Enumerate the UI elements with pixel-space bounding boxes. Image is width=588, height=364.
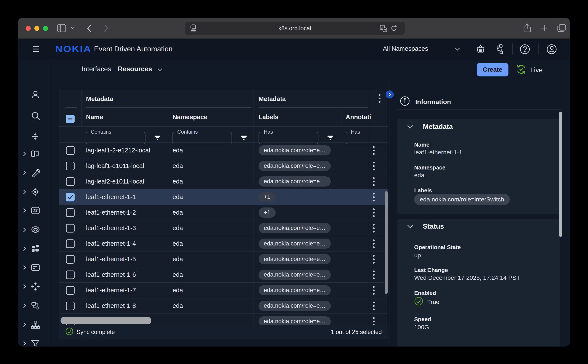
row-checkbox[interactable] [66,302,74,310]
forward-icon[interactable] [104,24,109,32]
table-row-selected[interactable]: leaf1-ethernet-1-1 eda +1 [59,189,388,205]
chevron-down-icon[interactable] [157,68,163,72]
label-chip[interactable]: eda.nokia.com/role=e… [259,223,331,233]
horizontal-scrollbar[interactable] [60,317,151,324]
sidebar-item-numbering[interactable] [18,204,52,218]
row-checkbox[interactable] [66,162,74,170]
status-card-header[interactable]: Status [407,222,444,230]
row-menu-button[interactable] [373,254,375,265]
label-chip[interactable]: eda.nokia.com/role=e… [259,239,331,249]
metadata-card-header[interactable]: Metadata [407,123,453,131]
new-tab-icon[interactable] [541,24,548,32]
row-menu-button[interactable] [373,208,375,218]
row-menu-button[interactable] [373,177,375,187]
sidebar-item-notes[interactable] [18,261,52,275]
tab-overview-icon[interactable] [557,24,566,32]
create-button[interactable]: Create [477,63,508,76]
row-checkbox[interactable] [66,177,74,186]
chevron-down-icon[interactable] [70,26,75,30]
sidebar-toggle-icon[interactable] [57,24,66,33]
label-chip[interactable]: eda.nokia.com/role=e… [259,316,331,325]
row-checkbox[interactable] [66,224,74,233]
sidebar-item-traffic[interactable] [18,280,52,294]
table-row[interactable]: leaf1-ethernet-1-2 eda +1 [59,205,388,221]
label-chip[interactable]: eda.nokia.com/role=e… [259,161,331,171]
translate-icon[interactable]: A文 [380,25,387,32]
chevron-down-icon[interactable] [455,47,460,52]
row-checkbox[interactable] [66,286,74,295]
label-chip[interactable]: eda.nokia.com/role=interSwitch [414,194,510,205]
column-header-name[interactable]: Name [86,114,103,121]
table-row[interactable]: lag-leaf1-2-e1212-local eda eda.nokia.co… [59,143,388,158]
sidebar-item-collapse[interactable] [18,130,52,144]
row-checkbox[interactable] [66,208,74,217]
sidebar-item-apps[interactable] [18,242,52,256]
row-menu-button[interactable] [373,146,375,156]
address-bar[interactable]: k8s.orb.local A文 [185,22,405,35]
user-account-icon[interactable] [546,44,557,55]
table-row[interactable]: lag-leaf1-e1011-local eda eda.nokia.com/… [59,158,388,174]
sidebar-item-topology[interactable] [18,318,52,332]
row-menu-button[interactable] [373,192,375,203]
row-menu-button[interactable] [373,223,375,234]
panel-collapse-button[interactable] [386,91,394,98]
label-chip[interactable]: eda.nokia.com/role=e… [259,254,331,264]
filter-icon[interactable] [154,135,161,142]
help-icon[interactable] [520,44,530,55]
row-menu-button[interactable] [373,161,375,172]
table-row[interactable]: lag-leaf2-e1011-local eda eda.nokia.com/… [59,174,388,189]
zoom-window-button[interactable] [43,26,48,31]
table-row[interactable]: leaf1-ethernet-1-8 eda eda.nokia.com/rol… [59,298,388,314]
sidebar-item-filters[interactable] [18,337,52,346]
column-header-namespace[interactable]: Namespace [173,114,207,121]
chevron-down-icon[interactable] [570,66,570,71]
row-checkbox-checked[interactable] [66,193,74,202]
label-chip[interactable]: eda.nokia.com/role=e… [259,301,331,311]
resources-dropdown[interactable]: Resources [118,65,152,73]
table-row[interactable]: leaf1-ethernet-1-6 eda eda.nokia.com/rol… [59,267,388,283]
table-row[interactable]: leaf1-ethernet-1-7 eda eda.nokia.com/rol… [59,283,388,298]
transactions-flow-icon[interactable] [494,44,504,55]
close-window-button[interactable] [26,26,31,31]
share-icon[interactable] [523,23,531,33]
row-menu-button[interactable] [373,270,375,280]
table-menu-button[interactable] [379,94,381,104]
label-chip[interactable]: eda.nokia.com/role=e… [259,270,331,280]
row-menu-button[interactable] [373,317,375,325]
sidebar-item-workflows[interactable] [18,299,52,313]
tab-interfaces[interactable]: Interfaces [82,65,111,73]
row-menu-button[interactable] [373,286,375,296]
sidebar-item-tools[interactable] [18,166,52,180]
row-menu-button[interactable] [373,301,375,312]
sidebar-item-targets[interactable] [18,185,52,199]
label-chip[interactable]: eda.nokia.com/role=e… [259,285,331,295]
table-row[interactable]: leaf1-ethernet-1-3 eda eda.nokia.com/rol… [59,221,388,236]
panel-scrollbar[interactable] [559,112,562,237]
filter-icon[interactable] [327,135,334,142]
row-checkbox[interactable] [66,271,74,279]
reload-icon[interactable] [390,25,398,32]
label-chip[interactable]: eda.nokia.com/role=e… [259,176,331,187]
sidebar-item-overlays[interactable] [18,223,52,237]
label-chip[interactable]: +1 [259,208,276,218]
vertical-scrollbar[interactable] [385,191,388,294]
sidebar-item-search[interactable] [18,110,52,123]
filter-icon[interactable] [241,135,247,142]
hamburger-menu-icon[interactable] [32,45,40,54]
column-header-labels[interactable]: Labels [259,114,278,121]
back-icon[interactable] [87,24,92,32]
row-checkbox[interactable] [66,240,74,248]
column-header-annotations[interactable]: Annotati [346,114,371,121]
minimize-window-button[interactable] [34,26,39,31]
row-checkbox[interactable] [66,255,74,264]
namespace-selector[interactable]: All Namespaces [383,45,428,52]
table-row[interactable]: leaf1-ethernet-1-4 eda eda.nokia.com/rol… [59,236,388,252]
label-chip[interactable]: +1 [259,192,276,202]
label-chip[interactable]: eda.nokia.com/role=e… [259,145,331,156]
table-row[interactable]: leaf1-ethernet-1-5 eda eda.nokia.com/rol… [59,252,388,267]
sidebar-item-user[interactable] [18,88,52,102]
row-checkbox[interactable] [66,146,74,155]
sidebar-item-devices[interactable] [18,148,52,161]
marketplace-basket-icon[interactable] [475,44,486,55]
select-all-checkbox-indeterminate[interactable] [66,115,74,123]
